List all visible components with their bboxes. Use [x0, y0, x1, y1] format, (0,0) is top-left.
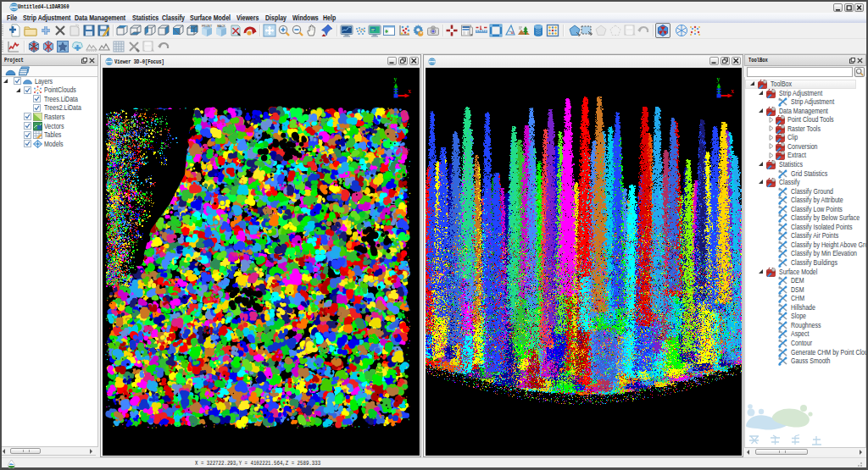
svg-text:LiDAR: LiDAR — [107, 60, 112, 62]
svg-text:BACK: BACK — [217, 25, 225, 28]
svg-text:LiDAR: LiDAR — [11, 7, 17, 9]
svg-text:LiDAR: LiDAR — [430, 60, 435, 62]
svg-text:FRONT: FRONT — [201, 25, 212, 28]
svg-text:a: a — [511, 30, 514, 35]
